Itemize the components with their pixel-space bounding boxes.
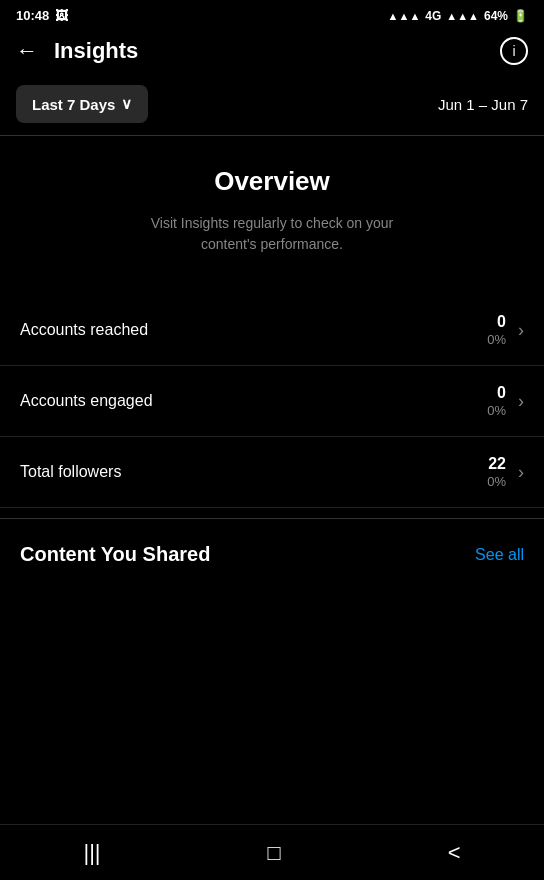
stat-values-total-followers: 22 0%: [487, 455, 506, 489]
home-button[interactable]: □: [267, 840, 280, 866]
battery-level: 64%: [484, 9, 508, 23]
signal1-icon: ▲▲▲: [388, 10, 421, 22]
stat-number-total-followers: 22: [487, 455, 506, 473]
page-title: Insights: [54, 38, 138, 64]
stat-right-total-followers: 22 0% ›: [487, 455, 524, 489]
date-filter-label: Last 7 Days: [32, 96, 115, 113]
stat-label-accounts-engaged: Accounts engaged: [20, 392, 153, 410]
stat-percent-total-followers: 0%: [487, 474, 506, 489]
network-type: 4G: [425, 9, 441, 23]
back-nav-button[interactable]: <: [448, 840, 461, 866]
stat-total-followers[interactable]: Total followers 22 0% ›: [0, 437, 544, 508]
date-filter-button[interactable]: Last 7 Days ∨: [16, 85, 148, 123]
stat-right-accounts-engaged: 0 0% ›: [487, 384, 524, 418]
back-button[interactable]: ←: [16, 38, 38, 64]
stat-accounts-engaged[interactable]: Accounts engaged 0 0% ›: [0, 366, 544, 437]
content-section: Content You Shared See all: [0, 519, 544, 582]
chevron-right-icon: ›: [518, 391, 524, 412]
filter-bar: Last 7 Days ∨ Jun 1 – Jun 7: [0, 77, 544, 135]
overview-section: Overview Visit Insights regularly to che…: [0, 136, 544, 275]
battery-icon: 🔋: [513, 9, 528, 23]
overview-subtitle: Visit Insights regularly to check on you…: [132, 213, 412, 255]
signal2-icon: ▲▲▲: [446, 10, 479, 22]
stat-label-total-followers: Total followers: [20, 463, 121, 481]
stat-label-accounts-reached: Accounts reached: [20, 321, 148, 339]
chevron-right-icon: ›: [518, 320, 524, 341]
camera-icon: 🖼: [55, 8, 68, 23]
status-time: 10:48: [16, 8, 49, 23]
overview-title: Overview: [20, 166, 524, 197]
info-button[interactable]: i: [500, 37, 528, 65]
stats-list: Accounts reached 0 0% › Accounts engaged…: [0, 275, 544, 518]
status-right: ▲▲▲ 4G ▲▲▲ 64% 🔋: [388, 9, 528, 23]
content-section-title: Content You Shared: [20, 543, 210, 566]
stat-percent-accounts-engaged: 0%: [487, 403, 506, 418]
stat-percent-accounts-reached: 0%: [487, 332, 506, 347]
see-all-button[interactable]: See all: [475, 546, 524, 564]
bottom-nav: ||| □ <: [0, 824, 544, 880]
stat-number-accounts-reached: 0: [487, 313, 506, 331]
status-bar: 10:48 🖼 ▲▲▲ 4G ▲▲▲ 64% 🔋: [0, 0, 544, 27]
info-icon: i: [512, 43, 515, 59]
stat-values-accounts-engaged: 0 0%: [487, 384, 506, 418]
date-range-label: Jun 1 – Jun 7: [438, 96, 528, 113]
stat-right-accounts-reached: 0 0% ›: [487, 313, 524, 347]
dropdown-icon: ∨: [121, 95, 132, 113]
chevron-right-icon: ›: [518, 462, 524, 483]
nav-left: ← Insights: [16, 38, 138, 64]
recent-apps-button[interactable]: |||: [83, 840, 100, 866]
stat-accounts-reached[interactable]: Accounts reached 0 0% ›: [0, 295, 544, 366]
content-header: Content You Shared See all: [20, 543, 524, 566]
stat-number-accounts-engaged: 0: [487, 384, 506, 402]
status-left: 10:48 🖼: [16, 8, 68, 23]
stat-values-accounts-reached: 0 0%: [487, 313, 506, 347]
top-nav: ← Insights i: [0, 27, 544, 77]
